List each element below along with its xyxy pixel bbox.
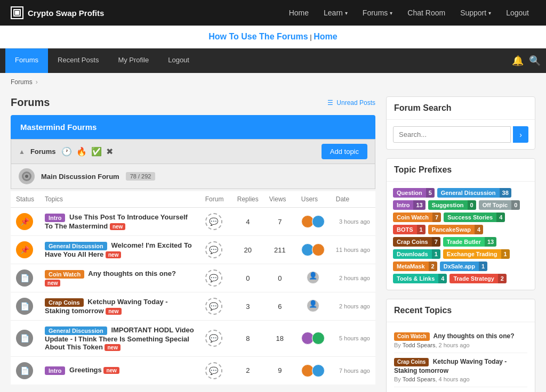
- forums-controls: ▲ Forums 🕐 🔥 ✅ ✖ Add topic: [11, 139, 375, 164]
- forum-post-icon[interactable]: 💬: [205, 362, 222, 379]
- collapse-arrow[interactable]: ▲: [19, 148, 25, 156]
- topic-link[interactable]: Greetings: [69, 366, 102, 374]
- prefix-tag[interactable]: Suggestion0: [428, 200, 476, 210]
- prefix-tag[interactable]: DxSale.app1: [440, 262, 487, 271]
- users-cell: [296, 236, 331, 264]
- topic-cell: Crap Coins Ketchup Waving Today - Stakin…: [39, 292, 200, 321]
- tab-my-profile[interactable]: My Profile: [108, 48, 158, 73]
- topic-title[interactable]: Crap Coins Ketchup Waving Today - Stakin…: [45, 298, 195, 315]
- col-header-topics: Topics: [39, 191, 200, 208]
- date-cell: 2 hours ago: [331, 292, 375, 321]
- forum-post-icon[interactable]: 💬: [205, 213, 222, 230]
- prefix-count: 2: [498, 274, 507, 283]
- topic-tag[interactable]: Intro: [45, 214, 65, 222]
- prefix-tag[interactable]: PancakeSwap4: [428, 225, 484, 234]
- close-icon[interactable]: ✖: [106, 146, 113, 157]
- clock-icon[interactable]: 🕐: [61, 146, 72, 157]
- nav-home[interactable]: Home: [283, 0, 315, 26]
- prefix-tag[interactable]: MetaMask2: [393, 262, 437, 271]
- nav-support[interactable]: Support ▾: [454, 0, 497, 26]
- how-to-use-link[interactable]: How To Use The Forums: [208, 32, 308, 41]
- avatar-group: [301, 215, 325, 228]
- views-cell: 6: [264, 292, 296, 321]
- rt-title[interactable]: Crap Coins Ketchup Waving Today - Stakin…: [394, 357, 527, 375]
- forum-post-icon[interactable]: 💬: [205, 298, 222, 315]
- prefix-tag[interactable]: Exchange Trading1: [443, 249, 510, 259]
- nav-learn[interactable]: Learn ▾: [317, 0, 354, 26]
- prefix-tag[interactable]: Success Stories4: [444, 213, 505, 222]
- check-icon[interactable]: ✅: [91, 146, 102, 157]
- add-topic-button[interactable]: Add topic: [322, 144, 367, 159]
- topic-status: 📄: [11, 321, 39, 357]
- rt-tag[interactable]: Crap Coins: [394, 358, 429, 366]
- bell-icon[interactable]: 🔔: [512, 55, 524, 67]
- avatar-anon: 👤: [307, 271, 319, 284]
- prefix-tag[interactable]: Intro13: [393, 200, 425, 210]
- forums-dropdown-arrow: ▾: [390, 10, 392, 16]
- views-cell: 7: [264, 208, 296, 236]
- prefix-label: Suggestion: [428, 200, 468, 210]
- doc-icon: 📄: [16, 330, 33, 347]
- views-cell: 18: [264, 321, 296, 357]
- topic-title[interactable]: Intro Greetings new: [45, 366, 195, 375]
- ctrl-icons: 🕐 🔥 ✅ ✖: [61, 146, 113, 157]
- nav-logout[interactable]: Logout: [500, 0, 535, 26]
- forums-header: Forums ☰ Unread Posts: [11, 96, 375, 109]
- prefix-tag[interactable]: Trade Butler13: [443, 237, 496, 247]
- prefix-tag[interactable]: General Discussion38: [437, 188, 511, 198]
- search-button[interactable]: ›: [513, 126, 528, 143]
- topic-tag[interactable]: Coin Watch: [45, 270, 84, 279]
- prefix-count: 4: [438, 274, 447, 283]
- replies-cell: 20: [232, 236, 264, 264]
- prefix-label: Question: [393, 188, 426, 198]
- topic-tag[interactable]: Crap Coins: [45, 298, 84, 307]
- prefix-tag[interactable]: Trade Strategy2: [449, 274, 507, 283]
- topic-title[interactable]: Coin Watch Any thoughts on this one? new: [45, 270, 195, 287]
- users-cell: [296, 321, 331, 357]
- topic-title[interactable]: General Discussion IMPORTANT HODL Video …: [45, 326, 195, 351]
- left-column: Forums ☰ Unread Posts Mastermind Fourms …: [11, 96, 375, 392]
- topic-tag[interactable]: General Discussion: [45, 326, 107, 335]
- prefix-tag[interactable]: Off Topic0: [479, 200, 520, 210]
- breadcrumb-forums-link[interactable]: Forums: [11, 78, 33, 86]
- forum-post-icon[interactable]: 💬: [205, 270, 222, 287]
- topic-tag[interactable]: Intro: [45, 366, 65, 375]
- prefix-tag[interactable]: Crap Coins7: [393, 237, 440, 247]
- forum-icon-cell: 💬: [200, 208, 232, 236]
- rt-tag[interactable]: Coin Watch: [394, 332, 430, 341]
- topic-title[interactable]: Intro Use This Post To Introduce Yoursel…: [45, 213, 195, 230]
- search-icon[interactable]: 🔍: [529, 55, 541, 67]
- prefix-tag[interactable]: Question5: [393, 188, 435, 198]
- prefix-tag[interactable]: Downloads1: [393, 249, 440, 259]
- tab-recent-posts[interactable]: Recent Posts: [48, 48, 108, 73]
- topic-title[interactable]: General Discussion Welcome! I'm Excited …: [45, 241, 195, 258]
- rt-meta: By Todd Spears, 4 hours ago: [394, 376, 527, 382]
- nav-forums[interactable]: Forums ▾: [356, 0, 399, 26]
- date-cell: 11 hours ago: [331, 236, 375, 264]
- prefix-tag[interactable]: BOTS1: [393, 225, 425, 234]
- avatar-group: [301, 332, 325, 345]
- topic-tag[interactable]: General Discussion: [45, 242, 107, 250]
- learn-dropdown-arrow: ▾: [345, 10, 348, 16]
- home-link[interactable]: Home: [314, 32, 337, 41]
- rt-link[interactable]: Any thoughts on this one?: [433, 332, 515, 340]
- col-header-status: Status: [11, 191, 39, 208]
- tab-forums[interactable]: Forums: [5, 48, 48, 73]
- prefix-tag[interactable]: Coin Watch7: [393, 213, 441, 222]
- search-input[interactable]: [393, 126, 511, 143]
- prefix-tag[interactable]: Tools & Links4: [393, 274, 447, 283]
- nav-chatroom[interactable]: Chat Room: [401, 0, 452, 26]
- brand[interactable]: Crypto Swap Profits: [11, 6, 104, 19]
- unread-posts-link[interactable]: ☰ Unread Posts: [327, 99, 375, 107]
- rt-title[interactable]: Coin Watch Any thoughts on this one?: [394, 332, 527, 341]
- forum-post-icon[interactable]: 💬: [205, 330, 222, 347]
- topic-link[interactable]: Any thoughts on this one?: [88, 270, 176, 277]
- col-header-users: Users: [296, 191, 331, 208]
- prefix-count: 1: [417, 225, 425, 234]
- tab-logout[interactable]: Logout: [158, 48, 199, 73]
- new-badge: new: [106, 251, 121, 258]
- fire-icon[interactable]: 🔥: [76, 146, 87, 157]
- prefix-count: 0: [468, 200, 476, 210]
- mdf-label[interactable]: Main Discussion Forum: [41, 173, 119, 181]
- forum-post-icon[interactable]: 💬: [205, 241, 222, 258]
